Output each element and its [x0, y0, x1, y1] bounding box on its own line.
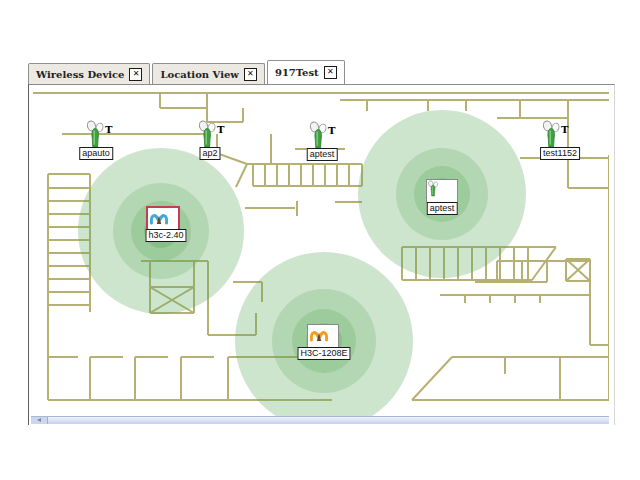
antenna-t-marker: T — [561, 124, 568, 135]
scrollbar-thumb[interactable] — [31, 417, 48, 424]
ap-label-ap2: ap2 — [199, 147, 220, 160]
ap-label-aptest: aptest — [307, 148, 338, 161]
ap-device-icon-H3C-1208E[interactable] — [307, 324, 339, 348]
antenna-t-marker: T — [328, 125, 335, 136]
tab-wireless-device[interactable]: Wireless Device ✕ — [28, 63, 150, 84]
tab-label: Location View — [160, 69, 238, 80]
horizontal-scrollbar[interactable] — [31, 416, 609, 424]
ap-label-h3c-2.40: h3c-2.40 — [145, 229, 186, 242]
antenna-t-marker: T — [105, 124, 112, 135]
close-icon[interactable]: ✕ — [129, 68, 142, 81]
tab-917test[interactable]: 917Test ✕ — [267, 60, 345, 84]
close-icon[interactable]: ✕ — [244, 68, 257, 81]
floor-plan-canvas[interactable]: TapautoTap2TaptestTtest1152h3c-2.40aptes… — [31, 86, 609, 416]
close-icon[interactable]: ✕ — [324, 66, 337, 79]
antenna-t-marker: T — [217, 124, 224, 135]
ap-label-apauto: apauto — [79, 147, 113, 160]
location-view-window: Wireless Device ✕ Location View ✕ 917Tes… — [0, 0, 640, 480]
tab-location-view[interactable]: Location View ✕ — [152, 63, 264, 84]
ap-label-H3C-1208E: H3C-1208E — [297, 347, 350, 360]
ap-label-test1152: test1152 — [540, 147, 580, 160]
tab-bar: Wireless Device ✕ Location View ✕ 917Tes… — [28, 60, 613, 85]
tab-label: Wireless Device — [36, 69, 124, 80]
map-panel: TapautoTap2TaptestTtest1152h3c-2.40aptes… — [28, 84, 615, 425]
tab-label: 917Test — [275, 67, 319, 78]
ap-label-aptest: aptest — [427, 202, 458, 215]
ap-device-icon-aptest[interactable] — [426, 179, 458, 203]
access-point-layer: TapautoTap2TaptestTtest1152h3c-2.40aptes… — [31, 86, 609, 416]
